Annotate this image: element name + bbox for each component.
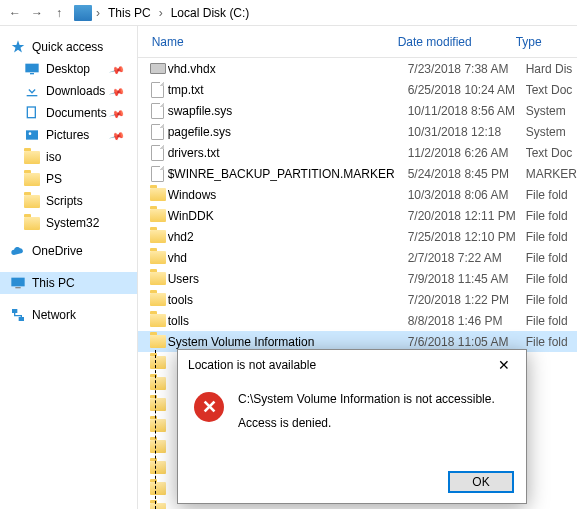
file-row[interactable]: tolls8/8/2018 1:46 PMFile fold [138, 310, 577, 331]
chevron-right-icon: › [157, 6, 165, 20]
file-name: drivers.txt [168, 146, 408, 160]
breadcrumb[interactable]: › This PC › Local Disk (C:) [74, 4, 253, 22]
file-type: File fold [526, 398, 577, 412]
column-headers[interactable]: Name Date modified Type [138, 26, 577, 58]
file-type: System [526, 104, 577, 118]
col-name[interactable]: Name [138, 35, 398, 49]
cloud-icon [10, 243, 26, 259]
file-type: Text Doc [526, 146, 577, 160]
nav-iso[interactable]: iso [0, 146, 137, 168]
documents-icon [24, 105, 40, 121]
file-icon [151, 82, 164, 98]
nav-up-icon[interactable]: ↑ [48, 2, 70, 24]
file-row[interactable]: tmp.txt6/25/2018 10:24 AMText Doc [138, 79, 577, 100]
file-row[interactable]: Windows10/3/2018 8:06 AMFile fold [138, 184, 577, 205]
nav-fwd-icon[interactable]: → [26, 2, 48, 24]
nav-pictures[interactable]: Pictures📌 [0, 124, 137, 146]
file-type: File fold [526, 482, 577, 496]
file-date: 8/8/2018 1:46 PM [408, 314, 526, 328]
folder-icon [150, 482, 166, 495]
file-name: Windows [168, 188, 408, 202]
file-type: Text Doc [526, 83, 577, 97]
dialog-message-2: Access is denied. [238, 416, 495, 430]
svg-rect-9 [19, 317, 24, 321]
col-date[interactable]: Date modified [398, 35, 516, 49]
file-row[interactable]: Users7/9/2018 11:45 AMFile fold [138, 268, 577, 289]
file-name: tmp.txt [168, 83, 408, 97]
pin-icon: 📌 [109, 105, 125, 121]
nav-label: System32 [46, 216, 99, 230]
ok-button[interactable]: OK [448, 471, 514, 493]
file-type: System [526, 125, 577, 139]
nav-scripts[interactable]: Scripts [0, 190, 137, 212]
folder-icon [150, 209, 166, 222]
hdd-icon [150, 63, 166, 74]
file-type: File fold [526, 314, 577, 328]
svg-point-5 [29, 132, 32, 135]
file-icon [151, 124, 164, 140]
file-type: File fold [526, 293, 577, 307]
chevron-right-icon: › [94, 6, 102, 20]
nav-back-icon[interactable]: ← [4, 2, 26, 24]
error-dialog: Location is not available ✕ ✕ C:\System … [177, 349, 527, 504]
nav-label: PS [46, 172, 62, 186]
nav-downloads[interactable]: Downloads📌 [0, 80, 137, 102]
nav-system32[interactable]: System32 [0, 212, 137, 234]
file-type: Hard Dis [526, 62, 577, 76]
folder-icon [150, 314, 166, 327]
file-name: WinDDK [168, 209, 408, 223]
nav-onedrive[interactable]: OneDrive [0, 240, 137, 262]
file-row[interactable]: vhd.vhdx7/23/2018 7:38 AMHard Dis [138, 58, 577, 79]
nav-desktop[interactable]: Desktop📌 [0, 58, 137, 80]
file-name: pagefile.sys [168, 125, 408, 139]
file-date: 7/23/2018 7:38 AM [408, 62, 526, 76]
file-type: File fold [526, 503, 577, 510]
breadcrumb-drive[interactable]: Local Disk (C:) [167, 4, 254, 22]
nav-thispc[interactable]: This PC [0, 272, 137, 294]
svg-rect-1 [30, 73, 34, 74]
file-name: tools [168, 293, 408, 307]
nav-label: Network [32, 308, 76, 322]
file-row[interactable]: swapfile.sys10/11/2018 8:56 AMSystem [138, 100, 577, 121]
nav-network[interactable]: Network [0, 304, 137, 326]
file-date: 10/3/2018 8:06 AM [408, 188, 526, 202]
nav-ps[interactable]: PS [0, 168, 137, 190]
pictures-icon [24, 127, 40, 143]
nav-quick-access[interactable]: Quick access [0, 36, 137, 58]
dialog-title: Location is not available [188, 358, 316, 372]
svg-rect-7 [15, 287, 20, 288]
nav-label: Quick access [32, 40, 103, 54]
error-icon: ✕ [194, 392, 224, 422]
close-icon[interactable]: ✕ [490, 354, 518, 376]
breadcrumb-thispc[interactable]: This PC [104, 4, 155, 22]
file-name: $WINRE_BACKUP_PARTITION.MARKER [168, 167, 408, 181]
file-type: File fold [526, 230, 577, 244]
folder-icon [24, 173, 40, 186]
nav-label: Downloads [46, 84, 105, 98]
file-date: 7/25/2018 12:10 PM [408, 230, 526, 244]
nav-documents[interactable]: Documents📌 [0, 102, 137, 124]
nav-label: Scripts [46, 194, 83, 208]
file-type: File fold [526, 209, 577, 223]
file-row[interactable]: vhd27/25/2018 12:10 PMFile fold [138, 226, 577, 247]
folder-icon [24, 195, 40, 208]
svg-rect-3 [27, 107, 35, 118]
nav-label: This PC [32, 276, 75, 290]
star-icon [10, 39, 26, 55]
folder-icon [150, 230, 166, 243]
file-type: File fold [526, 461, 577, 475]
download-icon [24, 83, 40, 99]
pc-icon [10, 275, 26, 291]
file-date: 5/24/2018 8:45 PM [408, 167, 526, 181]
file-row[interactable]: WinDDK7/20/2018 12:11 PMFile fold [138, 205, 577, 226]
file-row[interactable]: $WINRE_BACKUP_PARTITION.MARKER5/24/2018 … [138, 163, 577, 184]
file-row[interactable]: vhd2/7/2018 7:22 AMFile fold [138, 247, 577, 268]
file-type: File fold [526, 440, 577, 454]
file-row[interactable]: drivers.txt11/2/2018 6:26 AMText Doc [138, 142, 577, 163]
svg-rect-8 [12, 309, 17, 313]
file-row[interactable]: pagefile.sys10/31/2018 12:18System [138, 121, 577, 142]
col-type[interactable]: Type [516, 35, 577, 49]
file-row[interactable]: tools7/20/2018 1:22 PMFile fold [138, 289, 577, 310]
svg-rect-6 [11, 278, 24, 287]
file-name: swapfile.sys [168, 104, 408, 118]
